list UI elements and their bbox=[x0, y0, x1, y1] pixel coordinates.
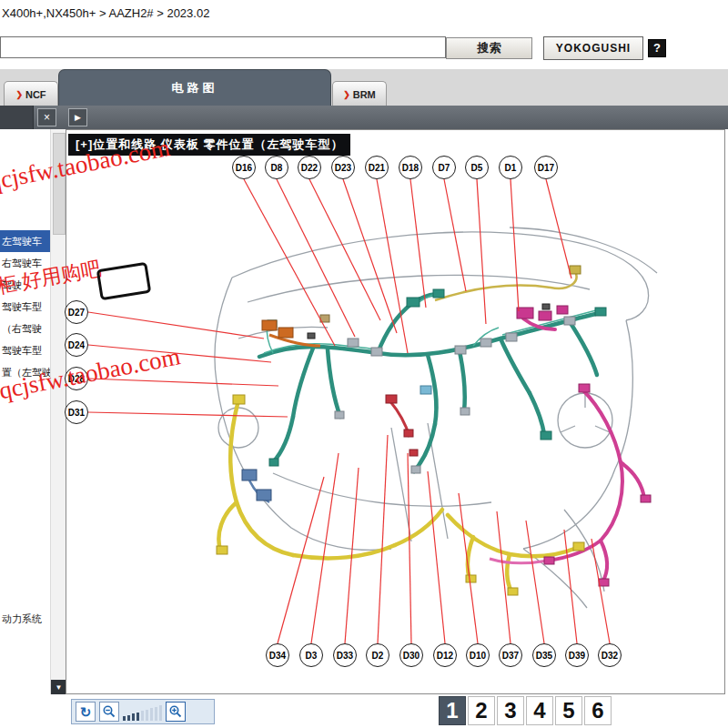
callout-d1[interactable]: D1 bbox=[499, 156, 522, 179]
callout-d5[interactable]: D5 bbox=[465, 156, 489, 179]
sidebar-item[interactable]: 驾驶 bbox=[0, 274, 50, 296]
tab-brm-label: BRM bbox=[353, 89, 376, 100]
viewer-toolbar-corner bbox=[0, 106, 34, 129]
tab-brm[interactable]: ❯ BRM bbox=[332, 81, 387, 106]
callout-d37[interactable]: D37 bbox=[499, 643, 522, 667]
diagram-panel: [+]位置和线路 仪表板 零件位置（左驾驶车型） bbox=[66, 129, 725, 694]
zoom-level-bars[interactable] bbox=[123, 703, 162, 721]
refresh-icon: ↻ bbox=[80, 705, 92, 719]
callout-d2[interactable]: D2 bbox=[366, 643, 389, 667]
search-input[interactable] bbox=[0, 36, 446, 58]
callout-d23[interactable]: D23 bbox=[331, 156, 355, 179]
page-button-3[interactable]: 3 bbox=[497, 696, 524, 725]
pagination: 123456 bbox=[439, 696, 612, 725]
callout-d24[interactable]: D24 bbox=[65, 333, 88, 357]
zoom-out-button[interactable] bbox=[99, 702, 119, 722]
sidebar-item[interactable]: 动力系统 bbox=[0, 608, 50, 630]
help-button[interactable]: ? bbox=[648, 39, 666, 57]
chevron-right-icon: ❯ bbox=[343, 90, 350, 99]
zoom-level-bar bbox=[155, 707, 157, 722]
zoom-level-bar bbox=[159, 705, 162, 721]
app-window: X400h+,NX450h+ > AAZH2# > 2023.02 搜索 YOK… bbox=[0, 0, 728, 728]
callout-d32[interactable]: D32 bbox=[598, 643, 622, 667]
sidebar-list: 左驾驶车右驾驶车驾驶驾驶车型（右驾驶驾驶车型置（左驾驶动力系统 bbox=[0, 129, 50, 695]
bottom-bar: ↻ 123456 bbox=[0, 694, 728, 728]
page-button-2[interactable]: 2 bbox=[468, 696, 495, 725]
zoom-level-bar bbox=[123, 716, 126, 721]
chevron-right-icon: ❯ bbox=[15, 90, 23, 99]
scroll-down-arrow-icon[interactable]: ▼ bbox=[51, 680, 66, 695]
callout-d12[interactable]: D12 bbox=[433, 643, 457, 667]
sidebar-item[interactable]: 驾驶车型 bbox=[0, 339, 50, 361]
tab-ncf-label: NCF bbox=[25, 89, 46, 100]
tab-circuit-diagram[interactable]: 电路图 bbox=[58, 69, 331, 106]
sidebar-scrollbar-thumb[interactable] bbox=[53, 133, 66, 235]
expand-button[interactable]: ▶ bbox=[68, 108, 87, 126]
callout-d22[interactable]: D22 bbox=[298, 156, 321, 179]
callout-d27[interactable]: D27 bbox=[65, 300, 88, 324]
callout-d21[interactable]: D21 bbox=[365, 156, 389, 179]
zoom-level-bar bbox=[146, 710, 148, 722]
callout-d8[interactable]: D8 bbox=[265, 156, 288, 179]
sidebar-item[interactable]: 左驾驶车 bbox=[0, 230, 50, 252]
callout-d35[interactable]: D35 bbox=[532, 643, 556, 667]
zoom-level-bar bbox=[150, 708, 153, 721]
sidebar-item[interactable]: 右驾驶车 bbox=[0, 252, 50, 274]
zoom-level-bar bbox=[132, 713, 135, 721]
search-button[interactable]: 搜索 bbox=[446, 37, 532, 59]
breadcrumb: X400h+,NX450h+ > AAZH2# > 2023.02 bbox=[2, 6, 209, 20]
callout-d17[interactable]: D17 bbox=[534, 156, 558, 179]
callout-d3[interactable]: D3 bbox=[299, 643, 323, 667]
page-button-5[interactable]: 5 bbox=[555, 696, 582, 725]
callout-d7[interactable]: D7 bbox=[432, 156, 456, 179]
page-button-4[interactable]: 4 bbox=[526, 696, 553, 725]
zoom-controls: ↻ bbox=[71, 699, 215, 724]
sidebar-item[interactable]: 驾驶车型 bbox=[0, 296, 50, 318]
yokogushi-button[interactable]: YOKOGUSHI bbox=[543, 36, 643, 60]
zoom-level-bar bbox=[141, 711, 144, 721]
zoom-in-icon bbox=[169, 705, 182, 718]
zoom-level-bar bbox=[136, 713, 139, 722]
callout-d18[interactable]: D18 bbox=[399, 156, 422, 179]
tab-circuit-label: 电路图 bbox=[172, 80, 218, 96]
close-button[interactable]: × bbox=[37, 108, 56, 126]
callout-d39[interactable]: D39 bbox=[565, 643, 589, 667]
callout-d30[interactable]: D30 bbox=[399, 643, 423, 667]
tab-strip: ❯ NCF 电路图 ❯ BRM bbox=[0, 69, 728, 106]
callout-d33[interactable]: D33 bbox=[333, 643, 357, 667]
callout-d31[interactable]: D31 bbox=[65, 400, 88, 424]
zoom-out-icon bbox=[103, 705, 116, 718]
tab-ncf[interactable]: ❯ NCF bbox=[4, 81, 58, 106]
callout-d10[interactable]: D10 bbox=[466, 643, 490, 667]
zoom-level-bar bbox=[127, 715, 130, 722]
diagram-title: [+]位置和线路 仪表板 零件位置（左驾驶车型） bbox=[68, 134, 350, 156]
sidebar-item[interactable]: （右驾驶 bbox=[0, 318, 50, 339]
callout-d34[interactable]: D34 bbox=[266, 643, 289, 667]
callout-d28[interactable]: D28 bbox=[65, 367, 88, 390]
viewer-toolbar: × ▶ bbox=[0, 106, 728, 129]
page-button-6[interactable]: 6 bbox=[584, 696, 612, 725]
callout-d16[interactable]: D16 bbox=[232, 156, 256, 179]
page-button-1[interactable]: 1 bbox=[439, 696, 466, 725]
refresh-button[interactable]: ↻ bbox=[76, 702, 96, 722]
zoom-in-button[interactable] bbox=[166, 702, 186, 722]
sidebar-item[interactable]: 置（左驾驶 bbox=[0, 361, 50, 383]
sidebar-scrollbar[interactable]: ▼ bbox=[50, 129, 66, 695]
